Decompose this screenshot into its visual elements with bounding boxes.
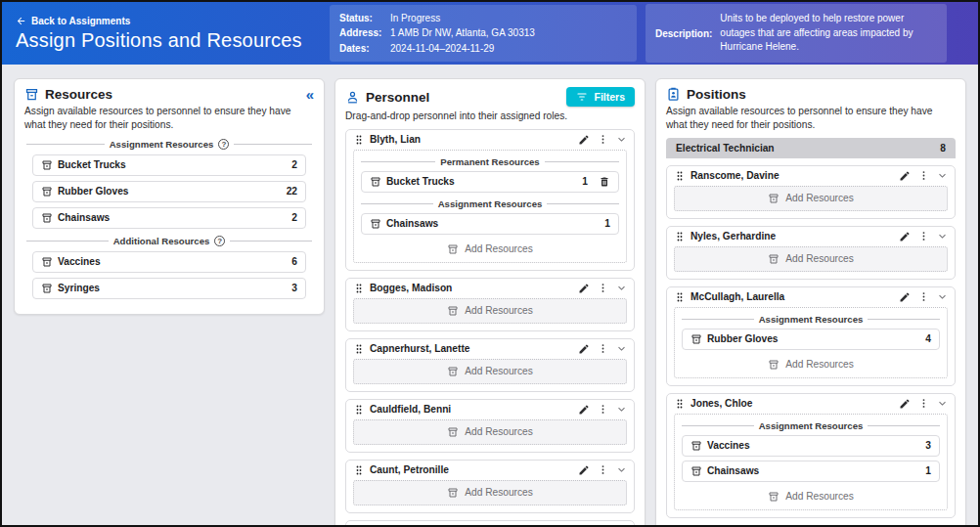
person-card-header[interactable]: Capnerhurst, Lanette xyxy=(346,339,634,358)
position-group-header[interactable]: Electrical Technician 8 xyxy=(666,138,956,158)
drag-handle-icon[interactable] xyxy=(674,398,686,410)
chevron-down-icon[interactable] xyxy=(616,343,627,354)
add-resources-button[interactable]: Add Resources xyxy=(353,298,627,324)
person-card-header[interactable]: Jones, Chloe xyxy=(667,394,955,413)
more-menu-icon[interactable] xyxy=(598,464,608,475)
chevron-down-icon[interactable] xyxy=(616,464,627,475)
drag-handle-icon[interactable] xyxy=(674,170,686,182)
chevron-down-icon[interactable] xyxy=(937,398,948,409)
resource-row[interactable]: Vaccines3 xyxy=(682,435,940,457)
chevron-down-icon[interactable] xyxy=(937,231,948,242)
person-card-header[interactable]: Blyth, Lian xyxy=(346,130,634,149)
drag-handle-icon[interactable] xyxy=(353,343,365,355)
person-card-header[interactable]: Ranscome, Davine xyxy=(667,166,955,185)
person-name: Cauldfield, Benni xyxy=(370,404,451,415)
resource-box-icon xyxy=(24,87,39,102)
add-resources-label: Add Resources xyxy=(465,366,533,376)
resource-row[interactable]: Rubber Gloves4 xyxy=(682,329,940,350)
edit-icon[interactable] xyxy=(899,398,911,410)
more-menu-icon[interactable] xyxy=(918,231,929,242)
resource-name: Bucket Trucks xyxy=(386,176,455,187)
edit-icon[interactable] xyxy=(578,464,590,476)
person-card-header[interactable]: Chidler, Moore xyxy=(346,521,634,527)
person-card-header[interactable]: McCullagh, Laurella xyxy=(667,287,955,306)
dates-row: Dates: 2024-11-04–2024-11-29 xyxy=(339,41,627,57)
status-row: Status: In Progress xyxy=(339,11,627,26)
chevron-down-icon[interactable] xyxy=(616,404,627,415)
edit-icon[interactable] xyxy=(578,404,590,416)
resource-row[interactable]: Chainsaws1 xyxy=(361,213,619,235)
section-divider: Assignment Resources xyxy=(682,314,940,325)
page-title: Assign Positions and Resources xyxy=(16,29,321,52)
resource-box-icon xyxy=(690,333,702,345)
resource-row[interactable]: Chainsaws2 xyxy=(32,207,306,229)
resource-name: Chainsaws xyxy=(58,212,110,223)
drag-handle-icon[interactable] xyxy=(353,134,365,146)
section-label: Assignment Resources xyxy=(759,314,864,325)
add-resources-button[interactable]: Add Resources xyxy=(353,419,627,445)
add-resources-button[interactable]: Add Resources xyxy=(682,486,940,505)
resource-row[interactable]: Syringes3 xyxy=(32,278,306,299)
more-menu-icon[interactable] xyxy=(598,343,608,354)
edit-icon[interactable] xyxy=(578,134,590,146)
resource-box-icon xyxy=(41,212,53,224)
resource-count: 1 xyxy=(582,176,588,187)
positions-panel-subtitle: Assign available resources to personnel … xyxy=(666,105,956,132)
help-icon[interactable]: ? xyxy=(214,236,225,246)
resource-row[interactable]: Bucket Trucks1 xyxy=(361,171,619,193)
chevron-down-icon[interactable] xyxy=(937,170,948,181)
more-menu-icon[interactable] xyxy=(598,283,608,293)
drag-handle-icon[interactable] xyxy=(674,291,686,303)
add-resources-button[interactable]: Add Resources xyxy=(353,359,627,384)
card-actions xyxy=(899,170,948,182)
resource-name: Vaccines xyxy=(58,256,101,267)
help-icon[interactable]: ? xyxy=(218,139,229,150)
more-menu-icon[interactable] xyxy=(918,291,929,302)
resource-row[interactable]: Vaccines6 xyxy=(32,251,306,273)
edit-icon[interactable] xyxy=(578,283,590,294)
resource-row[interactable]: Chainsaws1 xyxy=(682,461,940,482)
resource-count: 1 xyxy=(925,465,931,476)
collapse-panel-icon[interactable]: « xyxy=(306,87,314,102)
add-resources-button[interactable]: Add Resources xyxy=(674,186,948,211)
add-resources-button[interactable]: Add Resources xyxy=(361,239,619,258)
more-menu-icon[interactable] xyxy=(598,134,608,145)
chevron-down-icon[interactable] xyxy=(616,283,627,293)
person-card-header[interactable]: Bogges, Madison xyxy=(346,279,634,297)
person-name: Bogges, Madison xyxy=(370,283,452,293)
person-card-header[interactable]: Nyles, Gerhardine xyxy=(667,227,955,245)
chevron-down-icon[interactable] xyxy=(616,134,627,145)
add-resources-button[interactable]: Add Resources xyxy=(674,246,948,272)
back-link[interactable]: Back to Assignments xyxy=(16,16,321,26)
edit-icon[interactable] xyxy=(899,170,911,182)
person-card-header[interactable]: Cauldfield, Benni xyxy=(346,400,634,418)
personnel-list: Blyth, LianPermanent ResourcesBucket Tru… xyxy=(345,129,635,527)
more-menu-icon[interactable] xyxy=(598,404,608,415)
drag-handle-icon[interactable] xyxy=(353,464,365,476)
edit-icon[interactable] xyxy=(899,291,911,303)
back-arrow-icon xyxy=(16,16,26,26)
drag-handle-icon[interactable] xyxy=(674,231,686,242)
resources-list: Assignment Resources?Bucket Trucks2Rubbe… xyxy=(24,139,314,299)
card-resources: Permanent ResourcesBucket Trucks1Assignm… xyxy=(353,150,627,263)
filters-button[interactable]: Filters xyxy=(566,87,635,107)
section-divider: Assignment Resources xyxy=(682,420,940,431)
resources-panel-header: Resources « xyxy=(24,87,314,102)
edit-icon[interactable] xyxy=(899,231,911,242)
chevron-down-icon[interactable] xyxy=(937,291,948,302)
person-name: Blyth, Lian xyxy=(370,134,421,145)
add-resources-button[interactable]: Add Resources xyxy=(682,354,940,373)
resource-row[interactable]: Bucket Trucks2 xyxy=(32,154,306,176)
drag-handle-icon[interactable] xyxy=(353,404,365,416)
trash-icon[interactable] xyxy=(599,176,610,188)
add-resources-button[interactable]: Add Resources xyxy=(353,480,627,505)
card-actions xyxy=(578,343,627,355)
drag-handle-icon[interactable] xyxy=(353,283,365,294)
resource-row[interactable]: Rubber Gloves22 xyxy=(32,181,306,202)
back-link-label: Back to Assignments xyxy=(31,16,130,26)
positions-panel-header: Positions xyxy=(666,87,956,102)
more-menu-icon[interactable] xyxy=(918,170,929,181)
edit-icon[interactable] xyxy=(578,343,590,355)
person-card-header[interactable]: Caunt, Petronille xyxy=(346,461,634,479)
more-menu-icon[interactable] xyxy=(918,398,929,409)
